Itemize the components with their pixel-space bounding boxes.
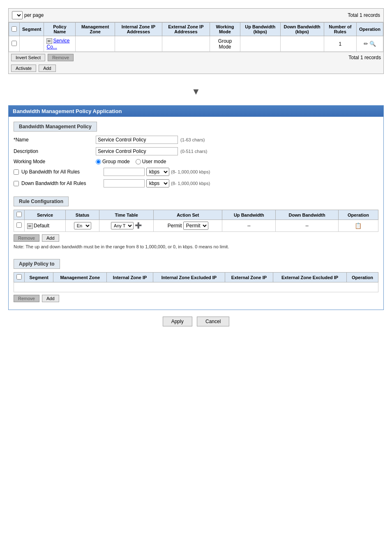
bw-policy-tab: Bandwidth Management Policy: [14, 122, 97, 132]
rule-row-check[interactable]: [16, 222, 22, 228]
group-mode-option[interactable]: Group mode: [96, 159, 130, 164]
down-bandwidth-label: Down Bandwidth for All Rules: [21, 180, 101, 186]
up-bandwidth-input-group: kbps Mbps (8- 1,000,000 kbps): [104, 168, 210, 176]
name-label: *Name: [14, 137, 96, 143]
arrow-separator: ▼: [8, 86, 384, 97]
working-mode-label: Working Mode: [14, 159, 96, 164]
rule-col-checkbox: [14, 210, 25, 220]
policy-col-internal-zone-ip: Internal Zone IP: [107, 273, 153, 282]
add-time-icon[interactable]: ➕: [135, 222, 142, 229]
rule-status-select[interactable]: En Dis: [74, 222, 91, 229]
rule-row-status: En Dis: [66, 220, 99, 232]
description-row: Description (0-511 chars): [14, 147, 378, 155]
rule-col-service: Service: [25, 210, 66, 220]
user-mode-radio[interactable]: [136, 159, 141, 164]
policy-add-button[interactable]: Add: [42, 295, 59, 302]
per-page-label: per page: [24, 12, 44, 18]
up-bandwidth-unit-select[interactable]: kbps Mbps: [146, 168, 169, 176]
down-bandwidth-hint: (8- 1,000,000 kbps): [171, 181, 210, 186]
activate-button[interactable]: Activate: [11, 65, 36, 72]
policy-col-operation: Operation: [347, 273, 378, 282]
down-bandwidth-input[interactable]: [104, 179, 145, 187]
rule-row-operation: 📋: [338, 220, 378, 232]
main-policy-table: Segment Policy Name Management Zone Inte…: [9, 22, 383, 52]
name-hint: (1-63 chars): [180, 137, 205, 142]
working-mode-options: Group mode User mode: [96, 159, 378, 164]
group-mode-radio[interactable]: [96, 159, 101, 164]
up-bandwidth-checkbox[interactable]: [14, 169, 19, 175]
rule-pencil-icon: ✏: [27, 223, 33, 229]
table-bottom-bar: Invert Select Remove Total 1 records: [9, 52, 383, 63]
total-records-top: Total 1 records: [348, 12, 380, 18]
col-segment: Segment: [20, 23, 44, 36]
rule-table: Service Status Time Table Action Set Up …: [14, 210, 378, 232]
user-mode-option[interactable]: User mode: [136, 159, 166, 164]
rule-add-button[interactable]: Add: [42, 234, 59, 242]
add-button-top[interactable]: Add: [39, 65, 56, 72]
up-bandwidth-input[interactable]: [104, 168, 145, 176]
col-checkbox: [9, 23, 20, 36]
rule-select-all[interactable]: [16, 212, 22, 217]
working-mode-row: Working Mode Group mode User mode: [14, 159, 378, 164]
rule-action-select[interactable]: Permit Deny: [183, 222, 208, 230]
row-checkbox[interactable]: [12, 41, 17, 46]
policy-remove-button[interactable]: Remove: [14, 295, 39, 302]
description-value: (0-511 chars): [96, 147, 378, 155]
select-all-checkbox[interactable]: [12, 26, 17, 32]
per-page-row: 25 per page Total 1 records: [9, 9, 383, 22]
down-bandwidth-input-group: kbps Mbps (8- 1,000,000 kbps): [104, 179, 210, 187]
bw-body: Bandwidth Management Policy *Name (1-63 …: [9, 117, 383, 310]
edit-icon[interactable]: ✏: [364, 41, 368, 47]
top-table-section: 25 per page Total 1 records Segment Poli…: [8, 8, 384, 74]
policy-table: Segment Management Zone Internal Zone IP…: [14, 272, 378, 292]
policy-col-external-zone-excl: External Zone Excluded IP: [273, 273, 347, 282]
col-management-zone: Management Zone: [76, 23, 115, 36]
rule-row-actionset: Permit Permit Deny: [154, 220, 222, 232]
row-internal-zone: [115, 36, 162, 52]
rule-row-service: ✏Default: [25, 220, 66, 232]
per-page-select[interactable]: 25: [12, 11, 23, 19]
name-value: (1-63 chars): [96, 136, 378, 144]
down-bandwidth-unit-select[interactable]: kbps Mbps: [146, 179, 169, 187]
rule-bottom-bar: Remove Add: [14, 234, 378, 242]
apply-policy-tab: Apply Policy to: [14, 259, 60, 269]
policy-col-internal-zone-excl: Internal Zone Excluded IP: [153, 273, 225, 282]
rule-row: ✏Default En Dis Any T ➕: [14, 220, 378, 232]
up-bandwidth-hint: (8- 1,000,000 kbps): [171, 169, 210, 174]
rule-col-status: Status: [66, 210, 99, 220]
col-internal-zone: Internal Zone IP Addresses: [115, 23, 162, 36]
view-icon[interactable]: 🔍: [369, 41, 376, 47]
name-input[interactable]: [96, 136, 178, 144]
cancel-button[interactable]: Cancel: [197, 317, 229, 326]
description-input[interactable]: [96, 147, 178, 155]
down-bandwidth-row: Down Bandwidth for All Rules kbps Mbps (…: [14, 179, 378, 187]
copy-icon[interactable]: 📋: [355, 222, 362, 229]
down-bandwidth-checkbox[interactable]: [14, 181, 19, 186]
apply-cancel-row: Apply Cancel: [8, 310, 384, 333]
col-up-bandwidth: Up Bandwidth (kbps): [240, 23, 280, 36]
row-up-bandwidth: [240, 36, 280, 52]
rule-row-down-bw: --: [276, 220, 339, 232]
total-records-bottom: Total 1 records: [348, 55, 381, 60]
rule-config-tab: Rule Configuration: [14, 197, 69, 206]
rule-remove-button[interactable]: Remove: [14, 234, 39, 242]
row-checkbox-cell: [9, 36, 20, 52]
row-policy-name: ✏Service Co...: [44, 36, 76, 52]
invert-select-button[interactable]: Invert Select: [11, 54, 45, 61]
rule-row-timetable: Any T ➕: [99, 220, 154, 232]
col-number-rules: Number of Rules: [324, 23, 356, 36]
rule-permit-text: Permit: [168, 223, 182, 229]
row-segment: [20, 36, 44, 52]
bw-header-text: Bandwidth Management Policy Application: [13, 108, 122, 114]
apply-button[interactable]: Apply: [163, 317, 192, 326]
bw-section: Bandwidth Management Policy Application …: [8, 105, 384, 310]
description-hint: (0-511 chars): [180, 149, 207, 154]
row-management-zone: [76, 36, 115, 52]
up-bandwidth-label: Up Bandwidth for All Rules: [21, 169, 101, 175]
rule-col-down-bw: Down Bandwidth: [276, 210, 339, 220]
rule-col-up-bw: Up Bandwidth: [222, 210, 276, 220]
remove-button-top[interactable]: Remove: [48, 54, 74, 61]
row-external-zone: [162, 36, 210, 52]
policy-select-all[interactable]: [16, 274, 22, 280]
rule-timetable-select[interactable]: Any T: [111, 222, 134, 229]
